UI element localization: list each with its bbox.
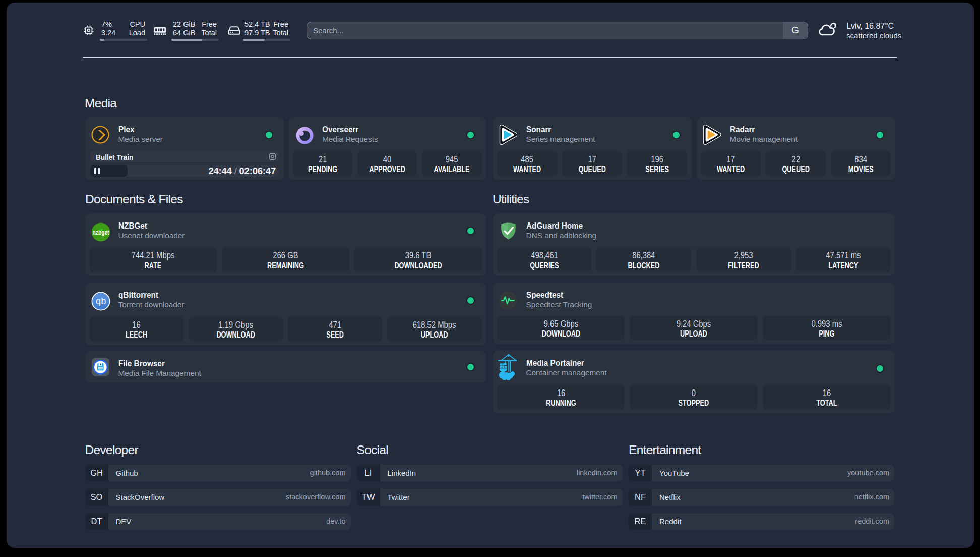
svg-text:nzbget: nzbget xyxy=(92,228,109,236)
svg-text:qb: qb xyxy=(95,296,106,306)
